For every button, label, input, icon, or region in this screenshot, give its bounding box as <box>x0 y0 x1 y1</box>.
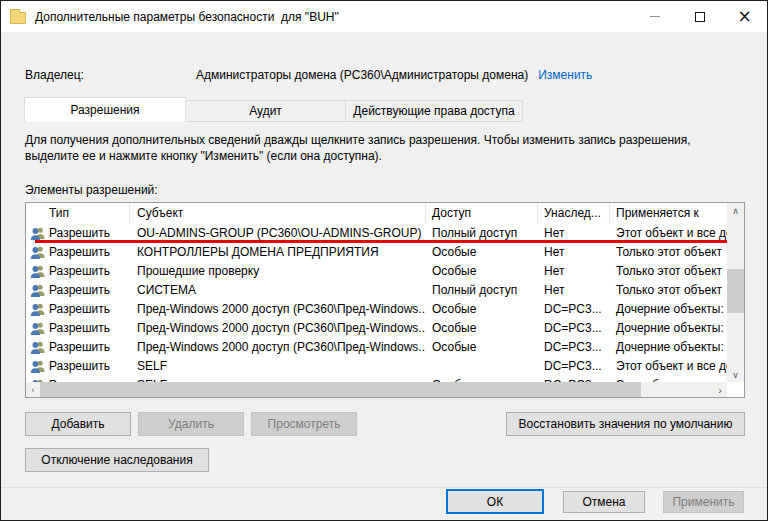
cell-applies-to: Дочерние объекты: <box>610 340 727 354</box>
cell-inherited: DC=PC3... <box>538 340 610 354</box>
owner-value: Администраторы домена (PC360\Администрат… <box>196 68 528 82</box>
cell-applies-to: Только этот объект <box>610 245 727 259</box>
vertical-scroll-thumb[interactable] <box>727 269 744 313</box>
description-text: Для получения дополнительных сведений дв… <box>25 132 743 164</box>
cell-type: Разрешить <box>26 340 130 354</box>
permission-row[interactable]: РазрешитьПред-Windows 2000 доступ (PC360… <box>26 299 727 318</box>
users-icon <box>30 245 46 259</box>
cell-applies-to: Только этот объект <box>610 283 727 297</box>
maximize-button[interactable] <box>677 1 722 32</box>
cell-type: Разрешить <box>26 359 130 373</box>
cell-type: Разрешить <box>26 302 130 316</box>
maximize-icon <box>695 12 705 22</box>
window-title: Дополнительные параметры безопасности дл… <box>35 10 339 24</box>
column-header-inherited[interactable]: Унаслед... <box>538 203 610 223</box>
ok-button[interactable]: ОК <box>446 489 544 514</box>
tab-effective-access[interactable]: Действующие права доступа <box>345 100 523 122</box>
cell-type: Разрешить <box>26 321 130 335</box>
cell-access: Полный доступ <box>426 283 538 297</box>
cell-access: Особые <box>426 340 538 354</box>
cell-access: Особые <box>426 321 538 335</box>
cell-applies-to: Дочерние объекты: <box>610 321 727 335</box>
cell-inherited: DC=PC3... <box>538 302 610 316</box>
permission-row[interactable]: РазрешитьSELFDC=PC3...Этот объект и все … <box>26 356 727 375</box>
cell-applies-to: Этот объект и все до <box>610 359 727 373</box>
cell-inherited: Нет <box>538 245 610 259</box>
minimize-button[interactable] <box>632 1 677 32</box>
cell-type: Разрешить <box>26 264 130 278</box>
remove-button[interactable]: Удалить <box>138 412 244 436</box>
owner-label: Владелец: <box>25 68 196 82</box>
tab-audit[interactable]: Аудит <box>185 100 346 122</box>
cell-type: Разрешить <box>26 226 130 240</box>
permission-row[interactable]: РазрешитьПред-Windows 2000 доступ (PC360… <box>26 337 727 356</box>
scroll-down-icon[interactable]: ∨ <box>727 367 744 382</box>
users-icon <box>30 226 46 240</box>
permission-row[interactable]: РазрешитьСИСТЕМАПолный доступНетТолько э… <box>26 280 727 299</box>
close-button[interactable]: × <box>722 1 767 32</box>
cell-applies-to: Дочерние объекты: <box>610 302 727 316</box>
cell-inherited: DC=PC3... <box>538 321 610 335</box>
users-icon <box>30 340 46 354</box>
users-icon <box>30 302 46 316</box>
tab-strip: Разрешения Аудит Действующие права досту… <box>24 97 522 122</box>
owner-row: Владелец: Администраторы домена (PC360\А… <box>25 68 745 82</box>
permission-rows: РазрешитьOU-ADMINS-GROUP (PC360\OU-ADMIN… <box>26 223 727 382</box>
cell-subject: OU-ADMINS-GROUP (PC360\OU-ADMINS-GROUP) <box>130 226 426 240</box>
window-controls: × <box>632 1 767 32</box>
horizontal-scrollbar[interactable]: ‹ › <box>26 382 727 397</box>
cell-access: Полный доступ <box>426 226 538 240</box>
cell-subject: Пред-Windows 2000 доступ (PC360\Пред-Win… <box>130 302 426 316</box>
cell-inherited: Нет <box>538 226 610 240</box>
cell-applies-to: Только этот объект <box>610 264 727 278</box>
permission-row[interactable]: РазрешитьПрошедшие проверкуОсобыеНетТоль… <box>26 261 727 280</box>
folder-icon <box>10 12 26 24</box>
cell-type: Разрешить <box>26 245 130 259</box>
cell-subject: Пред-Windows 2000 доступ (PC360\Пред-Win… <box>130 321 426 335</box>
permission-row[interactable]: РазрешитьКОНТРОЛЛЕРЫ ДОМЕНА ПРЕДПРИЯТИЯО… <box>26 242 727 261</box>
cell-type: Разрешить <box>26 283 130 297</box>
cell-access: Особые <box>426 302 538 316</box>
highlight-underline <box>35 240 727 243</box>
cell-subject: КОНТРОЛЛЕРЫ ДОМЕНА ПРЕДПРИЯТИЯ <box>130 245 426 259</box>
users-icon <box>30 264 46 278</box>
footer-separator <box>1 487 767 488</box>
permission-row[interactable]: РазрешитьSELFОсобыеDC=PC3...Этот объ... <box>26 375 727 382</box>
cell-inherited: Нет <box>538 264 610 278</box>
view-button[interactable]: Просмотреть <box>251 412 357 436</box>
vertical-scrollbar[interactable]: ∧ ∨ <box>727 203 744 382</box>
column-header-access[interactable]: Доступ <box>426 203 538 223</box>
horizontal-scroll-thumb[interactable] <box>40 382 641 397</box>
scroll-right-icon[interactable]: › <box>713 382 727 397</box>
permission-entries-label: Элементы разрешений: <box>25 183 158 197</box>
permission-list: Тип Субъект Доступ Унаслед... Применяетс… <box>25 202 745 398</box>
cell-subject: Пред-Windows 2000 доступ (PC360\Пред-Win… <box>130 340 426 354</box>
minimize-icon <box>650 16 660 17</box>
apply-button[interactable]: Применить <box>663 491 744 513</box>
column-header-type[interactable]: Тип <box>26 203 130 223</box>
cell-subject: SELF <box>130 359 426 373</box>
cell-subject: Прошедшие проверку <box>130 264 426 278</box>
scroll-left-icon[interactable]: ‹ <box>26 382 40 397</box>
advanced-security-dialog: Дополнительные параметры безопасности дл… <box>0 0 768 521</box>
scroll-up-icon[interactable]: ∧ <box>727 203 744 218</box>
add-button[interactable]: Добавить <box>25 412 131 436</box>
users-icon <box>30 359 46 373</box>
cell-access: Особые <box>426 264 538 278</box>
cell-inherited: DC=PC3... <box>538 359 610 373</box>
cell-inherited: Нет <box>538 283 610 297</box>
cell-access: Особые <box>426 245 538 259</box>
column-header-subject[interactable]: Субъект <box>130 203 426 223</box>
permission-row[interactable]: РазрешитьПред-Windows 2000 доступ (PC360… <box>26 318 727 337</box>
cell-applies-to: Этот объект и все до <box>610 226 727 240</box>
users-icon <box>30 283 46 297</box>
titlebar: Дополнительные параметры безопасности дл… <box>1 1 767 32</box>
cell-subject: СИСТЕМА <box>130 283 426 297</box>
restore-defaults-button[interactable]: Восстановить значения по умолчанию <box>506 412 745 436</box>
users-icon <box>30 321 46 335</box>
disable-inheritance-button[interactable]: Отключение наследования <box>25 448 209 472</box>
tab-permissions[interactable]: Разрешения <box>24 97 186 122</box>
cancel-button[interactable]: Отмена <box>563 491 645 513</box>
owner-change-link[interactable]: Изменить <box>538 68 592 82</box>
column-header-applies-to[interactable]: Применяется к <box>610 203 727 223</box>
